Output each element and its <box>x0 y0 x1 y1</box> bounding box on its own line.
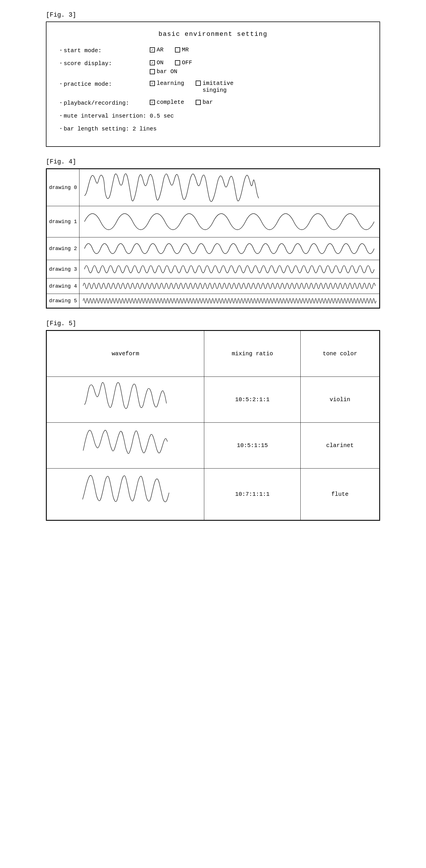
fig3-complete-label: complete <box>157 99 184 105</box>
fig3-on-option: ON <box>150 59 163 66</box>
fig4-table: drawing 0 drawing 1 drawing 2 <box>47 169 379 308</box>
fig4-row-1: drawing 1 <box>47 206 379 238</box>
fig3-row-start-mode: ・start mode: AR MR <box>58 46 368 54</box>
fig3-bar-option: bar <box>196 99 213 105</box>
fig3-title: basic environment setting <box>58 31 368 38</box>
fig4-svg-3 <box>82 261 377 277</box>
fig5-tone-clarinet: clarinet <box>301 423 379 469</box>
fig3-row-playback: ・playback/recording: complete bar <box>58 99 368 107</box>
fig4-svg-2 <box>82 239 377 259</box>
fig3-bar-on-option: bar ON <box>150 68 192 75</box>
fig4-wave-2 <box>80 238 379 260</box>
fig3-on-label: ON <box>157 59 163 66</box>
fig4-label-1: drawing 1 <box>47 206 80 238</box>
fig5-table: waveform mixing ratio tone color 10:5:2:… <box>47 331 379 520</box>
fig5-row-2: 10:7:1:1:1 flute <box>47 469 379 520</box>
fig3-off-option: OFF <box>175 59 192 66</box>
fig4-wave-3 <box>80 260 379 278</box>
fig3-learning-option: learning <box>150 80 184 87</box>
fig3-practice-options: learning imitative singing <box>150 80 234 94</box>
fig4-label-4: drawing 4 <box>47 278 80 294</box>
fig3-mute-text: ・mute interval insertion: 0.5 sec <box>58 112 174 120</box>
fig3-bar-checkbox[interactable] <box>196 100 201 105</box>
fig3-row-practice-mode: ・practice mode: learning imitative singi… <box>58 80 368 94</box>
fig3-ar-label: AR <box>157 46 163 53</box>
fig5-header-tone: tone color <box>301 331 379 377</box>
fig3-practice-mode-label: ・practice mode: <box>58 80 150 88</box>
fig5-header-ratio: mixing ratio <box>204 331 301 377</box>
fig3-mr-option: MR <box>175 46 189 53</box>
fig3-imitative-label: imitative singing <box>203 80 234 94</box>
fig5-ratio-clarinet: 10:5:1:15 <box>204 423 301 469</box>
fig3-imitative-line1: imitative <box>203 80 234 87</box>
fig3-on-checkbox[interactable] <box>150 60 155 65</box>
fig5-tone-violin: violin <box>301 377 379 423</box>
fig3-playback-options: complete bar <box>150 99 213 105</box>
fig4-label-0: drawing 0 <box>47 169 80 206</box>
fig4-label: [Fig. 4] <box>46 158 380 165</box>
fig5-svg-clarinet <box>50 425 201 466</box>
fig4-label-5: drawing 5 <box>47 294 80 308</box>
fig3-bar-length-row: ・bar length setting: 2 lines <box>58 125 368 132</box>
fig3-bar-on-label: bar ON <box>157 68 177 75</box>
fig5-header-waveform: waveform <box>47 331 204 377</box>
fig3-bar-on-checkbox[interactable] <box>150 69 155 74</box>
fig4-wave-5 <box>80 294 379 308</box>
fig5-ratio-violin: 10:5:2:1:1 <box>204 377 301 423</box>
fig3-imitative-line2: singing <box>203 87 234 94</box>
fig4-wave-0 <box>80 169 379 206</box>
fig5-row-1: 10:5:1:15 clarinet <box>47 423 379 469</box>
fig4-label-2: drawing 2 <box>47 238 80 260</box>
fig3-learning-label: learning <box>157 80 184 87</box>
fig5-wave-flute <box>47 469 204 520</box>
fig4-label-3: drawing 3 <box>47 260 80 278</box>
fig5-wave-violin <box>47 377 204 423</box>
fig3-box: basic environment setting ・start mode: A… <box>46 22 380 147</box>
fig4-wave-4 <box>80 278 379 294</box>
fig4-box: drawing 0 drawing 1 drawing 2 <box>46 168 380 309</box>
fig3-mr-label: MR <box>182 46 189 53</box>
fig4-svg-0 <box>82 170 377 205</box>
fig5-box: waveform mixing ratio tone color 10:5:2:… <box>46 330 380 521</box>
fig3-score-display-label: ・score display: <box>58 59 150 67</box>
fig5-label: [Fig. 5] <box>46 320 380 327</box>
fig3-imitative-checkbox[interactable] <box>196 81 201 86</box>
fig4-row-4: drawing 4 <box>47 278 379 294</box>
fig3-bar-label: bar <box>203 99 213 105</box>
fig3-off-checkbox[interactable] <box>175 60 180 65</box>
fig4-row-0: drawing 0 <box>47 169 379 206</box>
fig3-playback-label: ・playback/recording: <box>58 99 150 107</box>
fig3-bar-length-text: ・bar length setting: 2 lines <box>58 125 157 132</box>
fig3-imitative-option: imitative singing <box>196 80 234 94</box>
fig5-tone-flute: flute <box>301 469 379 520</box>
fig5-ratio-flute: 10:7:1:1:1 <box>204 469 301 520</box>
fig5-header-row: waveform mixing ratio tone color <box>47 331 379 377</box>
fig4-wave-1 <box>80 206 379 238</box>
fig5-svg-violin <box>50 379 201 420</box>
fig4-svg-5 <box>82 295 377 307</box>
fig3-score-options: ON OFF <box>150 59 192 66</box>
fig4-row-5: drawing 5 <box>47 294 379 308</box>
fig3-off-label: OFF <box>182 59 192 66</box>
fig3-start-mode-label: ・start mode: <box>58 46 150 54</box>
fig3-mute-row: ・mute interval insertion: 0.5 sec <box>58 112 368 120</box>
fig4-svg-1 <box>82 207 377 236</box>
fig5-wave-clarinet <box>47 423 204 469</box>
fig4-row-3: drawing 3 <box>47 260 379 278</box>
fig5-row-0: 10:5:2:1:1 violin <box>47 377 379 423</box>
fig4-svg-4 <box>82 280 377 292</box>
fig4-row-2: drawing 2 <box>47 238 379 260</box>
fig3-learning-checkbox[interactable] <box>150 81 155 86</box>
fig3-row-score-display: ・score display: ON OFF bar ON <box>58 59 368 75</box>
fig3-mr-checkbox[interactable] <box>175 47 180 53</box>
fig3-ar-option: AR <box>150 46 163 53</box>
fig3-ar-checkbox[interactable] <box>150 47 155 53</box>
fig3-complete-option: complete <box>150 99 184 105</box>
fig3-start-mode-options: AR MR <box>150 46 189 53</box>
fig3-label: [Fig. 3] <box>46 11 380 19</box>
fig3-complete-checkbox[interactable] <box>150 100 155 105</box>
fig5-svg-flute <box>50 471 201 518</box>
